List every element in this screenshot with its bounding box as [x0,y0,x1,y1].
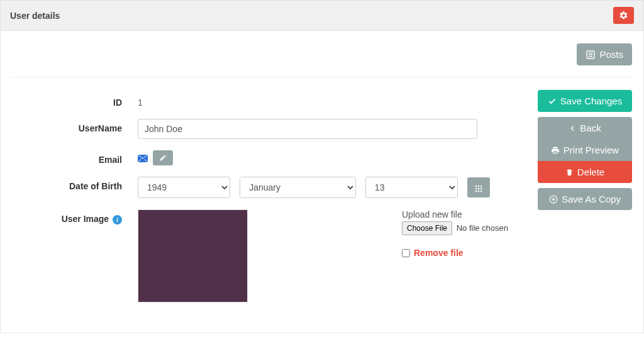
pencil-icon [159,154,167,162]
print-label: Print Preview [564,145,619,155]
remove-file-label: Remove file [414,248,464,258]
posts-row: Posts [12,31,632,77]
row-image: User Image i Upload new file Choose File… [12,209,525,302]
username-input[interactable] [138,119,477,139]
svg-rect-11 [478,191,479,192]
svg-rect-4 [475,186,477,187]
form-area: ID 1 UserName Email [12,77,525,314]
choose-file-button[interactable]: Choose File [402,221,452,235]
chevron-left-icon [569,125,576,132]
calendar-icon [474,184,483,192]
posts-label: Posts [599,49,623,60]
label-username: UserName [12,119,138,133]
print-icon [551,146,560,155]
label-dob: Date of Birth [12,177,138,191]
svg-rect-8 [478,188,479,189]
delete-button[interactable]: Delete [538,161,632,183]
action-group: Back Print Preview Delete [538,117,632,183]
calendar-button[interactable] [467,177,490,197]
save-copy-label: Save As Copy [562,194,621,204]
dob-year-select[interactable]: 1949 [138,177,230,198]
save-as-copy-button[interactable]: Save As Copy [538,188,632,210]
panel-body: Posts ID 1 UserName Email [0,31,644,333]
print-preview-button[interactable]: Print Preview [538,139,632,161]
row-id: ID 1 [12,93,525,108]
label-id: ID [12,93,138,108]
panel-header: User details [0,0,644,31]
svg-rect-7 [475,188,477,189]
svg-rect-10 [475,191,477,192]
plus-circle-icon [549,195,558,204]
row-email: Email [12,150,525,165]
svg-rect-12 [480,191,482,192]
svg-rect-5 [478,186,479,187]
back-button[interactable]: Back [538,117,632,139]
content-grid: ID 1 UserName Email [12,77,632,314]
back-label: Back [580,123,601,133]
file-status: No file chosen [457,223,508,233]
upload-new-file-label: Upload new file [402,209,515,219]
user-image-preview [138,209,248,302]
label-image: User Image i [12,209,138,225]
page-title: User details [10,11,60,21]
info-icon[interactable]: i [113,215,122,225]
check-icon [548,97,557,106]
posts-button[interactable]: Posts [577,43,632,65]
settings-button[interactable] [613,7,634,24]
save-changes-button[interactable]: Save Changes [538,90,632,112]
gear-icon [619,11,628,20]
row-dob: Date of Birth 1949 January 13 [12,177,525,198]
svg-rect-9 [480,188,482,189]
value-id: 1 [138,93,525,108]
row-username: UserName [12,119,525,139]
trash-icon [565,168,574,177]
svg-rect-6 [480,186,482,187]
label-email: Email [12,150,138,165]
dob-month-select[interactable]: January [240,177,356,198]
save-label: Save Changes [560,96,622,106]
remove-file-checkbox[interactable] [402,249,410,257]
action-column: Save Changes Back Print Preview Delete [538,77,632,314]
delete-label: Delete [577,167,604,177]
list-icon [586,50,596,60]
edit-email-button[interactable] [153,150,173,165]
dob-day-select[interactable]: 13 [365,177,458,198]
mail-icon[interactable] [138,152,148,164]
